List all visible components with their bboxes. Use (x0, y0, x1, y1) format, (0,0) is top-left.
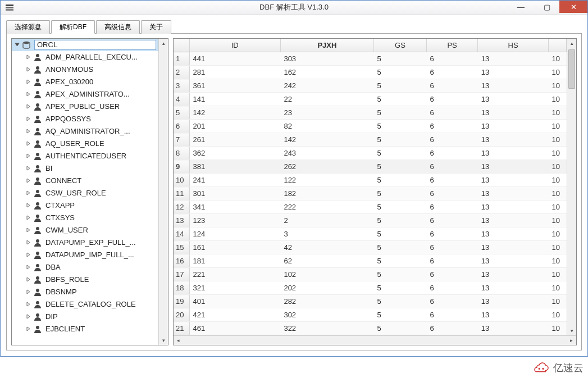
maximize-button[interactable]: ▢ (534, 1, 559, 13)
cell[interactable]: 13 (478, 201, 549, 214)
cell[interactable]: 10 (549, 308, 567, 322)
col-header[interactable]: PS (426, 39, 477, 52)
table-row[interactable]: 131232561310 (174, 214, 567, 227)
cell[interactable]: 161 (189, 241, 280, 254)
cell[interactable]: 5 (373, 214, 426, 227)
col-header[interactable] (549, 39, 567, 52)
expander-icon[interactable] (24, 53, 32, 61)
cell[interactable]: 5 (373, 174, 426, 187)
cell[interactable]: 6 (426, 66, 477, 79)
cell[interactable]: 6 (426, 227, 477, 241)
cell[interactable]: 13 (478, 227, 549, 241)
col-header[interactable]: PJXH (280, 39, 373, 52)
tree-item[interactable]: AUTHENTICATEDUSER (12, 150, 158, 162)
cell[interactable]: 322 (280, 322, 373, 335)
cell[interactable]: 10 (549, 174, 567, 187)
cell[interactable]: 262 (280, 160, 373, 174)
cell[interactable]: 10 (549, 281, 567, 295)
cell[interactable]: 6 (426, 254, 477, 268)
tree-item[interactable]: DBA (12, 261, 158, 274)
cell[interactable]: 10 (549, 52, 567, 66)
expander-icon[interactable] (24, 202, 32, 210)
cell[interactable]: 10 (549, 214, 567, 227)
cell[interactable]: 5 (373, 281, 426, 295)
cell[interactable]: 13 (478, 79, 549, 93)
cell[interactable]: 13 (478, 308, 549, 322)
cell[interactable]: 82 (280, 120, 373, 133)
expander-icon[interactable] (24, 152, 32, 160)
cell[interactable]: 10 (549, 322, 567, 335)
expander-icon[interactable] (24, 127, 32, 135)
tree-item[interactable]: BI (12, 162, 158, 175)
tree-root[interactable]: ORCL (12, 39, 158, 51)
expander-icon[interactable] (24, 165, 32, 172)
tree-item[interactable]: CWM_USER (12, 224, 158, 236)
table-row[interactable]: 8362243561310 (174, 147, 567, 160)
close-button[interactable]: ✕ (559, 1, 587, 13)
cell[interactable]: 13 (478, 268, 549, 281)
cell[interactable]: 10 (549, 106, 567, 120)
table-row[interactable]: 141243561310 (174, 227, 567, 241)
cell[interactable]: 13 (478, 295, 549, 308)
expander-icon[interactable] (24, 177, 32, 185)
cell[interactable]: 5 (373, 106, 426, 120)
cell[interactable]: 362 (189, 147, 280, 160)
cell[interactable]: 5 (373, 227, 426, 241)
expander-icon[interactable] (24, 66, 32, 74)
cell[interactable]: 182 (280, 187, 373, 201)
expander-icon[interactable] (24, 313, 32, 321)
expander-icon[interactable] (24, 90, 32, 98)
cell[interactable]: 6 (426, 322, 477, 335)
scroll-down-icon[interactable]: ▾ (567, 326, 577, 335)
table-row[interactable]: 20421302561310 (174, 308, 567, 322)
cell[interactable]: 13 (478, 93, 549, 106)
tree-item[interactable]: APEX_PUBLIC_USER (12, 101, 158, 113)
cell[interactable]: 5 (373, 308, 426, 322)
cell[interactable]: 6 (426, 295, 477, 308)
cell[interactable]: 23 (280, 106, 373, 120)
cell[interactable]: 162 (280, 66, 373, 79)
tree-item[interactable]: APEX_ADMINISTRATO... (12, 88, 158, 101)
cell[interactable]: 243 (280, 147, 373, 160)
cell[interactable]: 261 (189, 133, 280, 147)
tree-item[interactable]: DBSNMP (12, 286, 158, 298)
table-row[interactable]: 9381262561310 (174, 160, 567, 174)
cell[interactable]: 5 (373, 254, 426, 268)
table-row[interactable]: 3361242561310 (174, 79, 567, 93)
scroll-up-icon[interactable]: ▴ (567, 39, 577, 48)
cell[interactable]: 241 (189, 174, 280, 187)
cell[interactable]: 124 (189, 227, 280, 241)
cell[interactable]: 13 (478, 120, 549, 133)
col-header[interactable]: GS (373, 39, 426, 52)
cell[interactable]: 10 (549, 79, 567, 93)
table-row[interactable]: 514223561310 (174, 106, 567, 120)
expander-icon[interactable] (24, 226, 32, 234)
cell[interactable]: 5 (373, 322, 426, 335)
cell[interactable]: 6 (426, 120, 477, 133)
cell[interactable]: 13 (478, 66, 549, 79)
scroll-down-icon[interactable]: ▾ (159, 335, 168, 345)
cell[interactable]: 10 (549, 187, 567, 201)
tree-item[interactable]: EJBCLIENT (12, 323, 158, 335)
cell[interactable]: 381 (189, 160, 280, 174)
tree-item[interactable]: CTXSYS (12, 212, 158, 224)
expander-icon[interactable] (24, 300, 32, 308)
tree-item[interactable]: DELETE_CATALOG_ROLE (12, 298, 158, 311)
cell[interactable]: 6 (426, 106, 477, 120)
expander-icon[interactable] (24, 189, 32, 197)
expander-icon[interactable] (24, 239, 32, 247)
cell[interactable]: 6 (426, 241, 477, 254)
expander-icon[interactable] (24, 276, 32, 284)
cell[interactable]: 6 (426, 147, 477, 160)
tree-item[interactable]: CTXAPP (12, 199, 158, 212)
expander-icon[interactable] (24, 115, 32, 123)
cell[interactable]: 6 (426, 160, 477, 174)
expander-icon[interactable] (24, 214, 32, 222)
cell[interactable]: 242 (280, 79, 373, 93)
cell[interactable]: 6 (426, 187, 477, 201)
cell[interactable]: 6 (426, 93, 477, 106)
cell[interactable]: 2 (280, 214, 373, 227)
cell[interactable]: 22 (280, 93, 373, 106)
cell[interactable]: 122 (280, 174, 373, 187)
cell[interactable]: 102 (280, 268, 373, 281)
